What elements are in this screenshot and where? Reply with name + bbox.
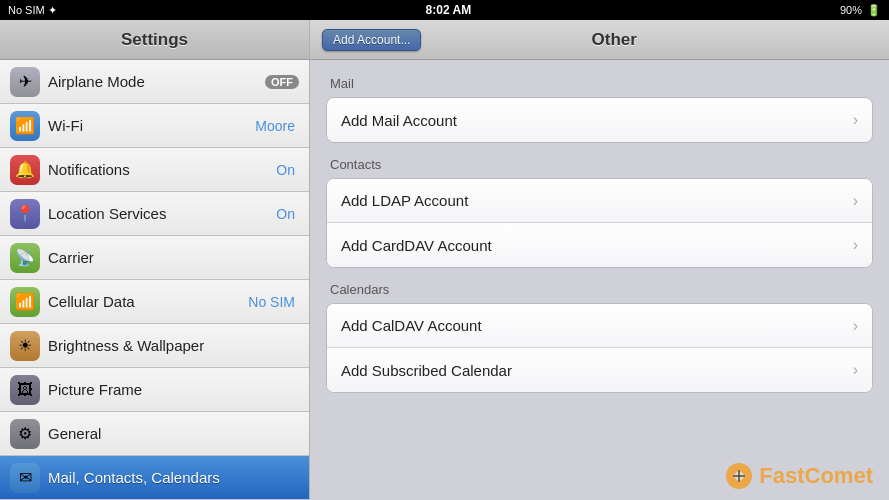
group-item-add-subscribed-calendar[interactable]: Add Subscribed Calendar›: [327, 348, 872, 392]
watermark: FastComet: [725, 462, 873, 490]
sidebar-item-label-brightness-wallpaper: Brightness & Wallpaper: [48, 337, 299, 354]
sidebar-item-label-notifications: Notifications: [48, 161, 276, 178]
group-item-label-add-subscribed-calendar: Add Subscribed Calendar: [341, 362, 853, 379]
notifications-icon: 🔔: [10, 155, 40, 185]
group-item-label-add-mail-account: Add Mail Account: [341, 112, 853, 129]
add-account-button[interactable]: Add Account...: [322, 29, 421, 51]
value-location-services: On: [276, 206, 295, 222]
picture-frame-icon: 🖼: [10, 375, 40, 405]
sidebar-item-general[interactable]: ⚙General: [0, 412, 309, 456]
sidebar-item-cellular-data[interactable]: 📶Cellular DataNo SIM: [0, 280, 309, 324]
section-title-calendars-section: Calendars: [326, 282, 873, 297]
chevron-icon-add-ldap-account: ›: [853, 192, 858, 210]
right-header: Add Account... Other: [310, 20, 889, 60]
section-title-contacts-section: Contacts: [326, 157, 873, 172]
carrier-text: No SIM ✦: [8, 4, 57, 17]
right-content: MailAdd Mail Account›ContactsAdd LDAP Ac…: [310, 60, 889, 500]
wifi-icon: 📶: [10, 111, 40, 141]
sidebar-item-label-wifi: Wi-Fi: [48, 117, 255, 134]
value-cellular-data: No SIM: [248, 294, 295, 310]
mail-contacts-calendars-icon: ✉: [10, 463, 40, 493]
chevron-icon-add-subscribed-calendar: ›: [853, 361, 858, 379]
section-group-mail-section: Add Mail Account›: [326, 97, 873, 143]
sidebar-item-airplane-mode[interactable]: ✈Airplane ModeOFF: [0, 60, 309, 104]
sidebar-item-label-carrier: Carrier: [48, 249, 299, 266]
battery-icon: 🔋: [867, 4, 881, 17]
toggle-airplane-mode[interactable]: OFF: [265, 75, 299, 89]
sidebar-item-notifications[interactable]: 🔔NotificationsOn: [0, 148, 309, 192]
group-item-add-mail-account[interactable]: Add Mail Account›: [327, 98, 872, 142]
sidebar-item-label-location-services: Location Services: [48, 205, 276, 222]
section-group-calendars-section: Add CalDAV Account›Add Subscribed Calend…: [326, 303, 873, 393]
sidebar-list: ✈Airplane ModeOFF📶Wi-FiMoore🔔Notificatio…: [0, 60, 309, 500]
sidebar-title: Settings: [121, 30, 188, 50]
section-title-mail-section: Mail: [326, 76, 873, 91]
sidebar-item-mail-contacts-calendars[interactable]: ✉Mail, Contacts, Calendars: [0, 456, 309, 500]
general-icon: ⚙: [10, 419, 40, 449]
sidebar-item-wifi[interactable]: 📶Wi-FiMoore: [0, 104, 309, 148]
status-left: No SIM ✦: [8, 4, 57, 17]
cellular-data-icon: 📶: [10, 287, 40, 317]
airplane-mode-icon: ✈: [10, 67, 40, 97]
status-bar: No SIM ✦ 8:02 AM 90% 🔋: [0, 0, 889, 20]
main-container: Settings ✈Airplane ModeOFF📶Wi-FiMoore🔔No…: [0, 20, 889, 500]
right-panel: Add Account... Other MailAdd Mail Accoun…: [310, 20, 889, 500]
watermark-icon: [725, 462, 753, 490]
chevron-icon-add-carddav-account: ›: [853, 236, 858, 254]
group-item-add-carddav-account[interactable]: Add CardDAV Account›: [327, 223, 872, 267]
group-item-label-add-carddav-account: Add CardDAV Account: [341, 237, 853, 254]
sidebar-item-picture-frame[interactable]: 🖼Picture Frame: [0, 368, 309, 412]
battery-text: 90%: [840, 4, 862, 16]
group-item-add-ldap-account[interactable]: Add LDAP Account›: [327, 179, 872, 223]
brightness-wallpaper-icon: ☀: [10, 331, 40, 361]
status-right: 90% 🔋: [840, 4, 881, 17]
sidebar: Settings ✈Airplane ModeOFF📶Wi-FiMoore🔔No…: [0, 20, 310, 500]
sidebar-item-label-general: General: [48, 425, 299, 442]
chevron-icon-add-caldav-account: ›: [853, 317, 858, 335]
group-item-label-add-caldav-account: Add CalDAV Account: [341, 317, 853, 334]
sidebar-item-label-airplane-mode: Airplane Mode: [48, 73, 265, 90]
right-panel-title: Other: [431, 30, 797, 50]
watermark-text: FastComet: [759, 463, 873, 489]
chevron-icon-add-mail-account: ›: [853, 111, 858, 129]
sidebar-item-location-services[interactable]: 📍Location ServicesOn: [0, 192, 309, 236]
sidebar-header: Settings: [0, 20, 309, 60]
sidebar-item-label-mail-contacts-calendars: Mail, Contacts, Calendars: [48, 469, 299, 486]
value-notifications: On: [276, 162, 295, 178]
location-services-icon: 📍: [10, 199, 40, 229]
group-item-label-add-ldap-account: Add LDAP Account: [341, 192, 853, 209]
section-group-contacts-section: Add LDAP Account›Add CardDAV Account›: [326, 178, 873, 268]
sidebar-item-brightness-wallpaper[interactable]: ☀Brightness & Wallpaper: [0, 324, 309, 368]
sidebar-item-carrier[interactable]: 📡Carrier: [0, 236, 309, 280]
status-time: 8:02 AM: [426, 3, 472, 17]
group-item-add-caldav-account[interactable]: Add CalDAV Account›: [327, 304, 872, 348]
sidebar-item-label-picture-frame: Picture Frame: [48, 381, 299, 398]
carrier-icon: 📡: [10, 243, 40, 273]
sidebar-item-label-cellular-data: Cellular Data: [48, 293, 248, 310]
value-wifi: Moore: [255, 118, 295, 134]
